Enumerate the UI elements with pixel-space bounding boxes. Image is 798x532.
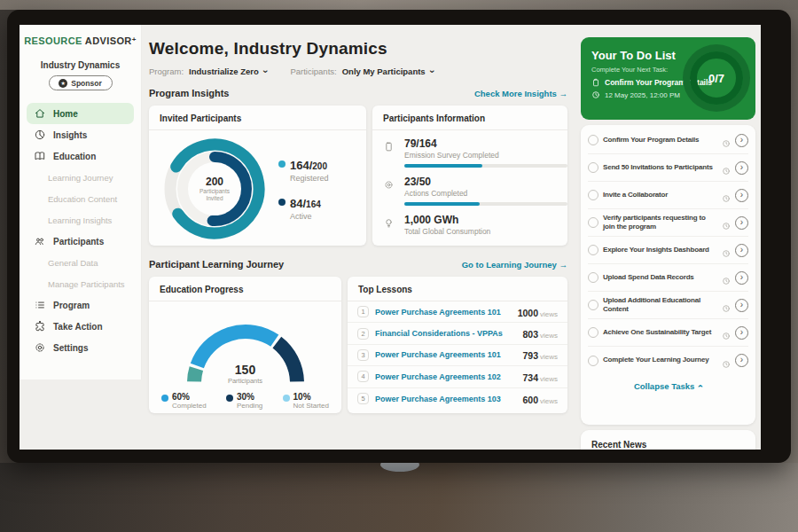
sidebar-item-home[interactable]: Home [27, 103, 134, 124]
invited-participants-body: 200 Participants Invited 164/200 Registe… [149, 130, 366, 242]
task-item[interactable]: Invite a Collaborator › [588, 182, 748, 209]
sidebar-item-take-action[interactable]: Take Action [27, 316, 134, 337]
lesson-link[interactable]: Financial Considerations - VPPAs [375, 329, 516, 338]
task-item[interactable]: Achieve One Sustainability Target › [588, 319, 748, 347]
lesson-link[interactable]: Power Purchase Agreements 103 [375, 395, 516, 403]
chevron-right-button[interactable]: › [735, 299, 748, 312]
arrow-right-icon: → [559, 89, 568, 98]
legend-dot [278, 160, 286, 168]
invited-donut-chart: 200 Participants Invited [161, 136, 268, 242]
progress-track [404, 202, 567, 206]
survey-icon [383, 141, 395, 153]
legend-value: 30% [237, 392, 262, 402]
task-checkbox[interactable] [588, 162, 598, 173]
lesson-link[interactable]: Power Purchase Agreements 101 [375, 350, 516, 359]
card-title: Invited Participants [149, 106, 366, 130]
sidebar-item-label: Take Action [53, 322, 103, 332]
clock-icon [722, 163, 731, 172]
chevron-right-button[interactable]: › [735, 326, 748, 340]
participants-information-card: Participants Information 79/164 Emission… [372, 106, 567, 246]
program-dropdown[interactable]: Program: Industrialize Zero › [149, 66, 267, 76]
sidebar-item-learning-journey[interactable]: Learning Journey [27, 167, 134, 188]
legend-dot [226, 395, 233, 402]
arrow-right-icon: → [559, 260, 568, 270]
lesson-row[interactable]: 4 Power Purchase Agreements 102 734views [348, 366, 567, 387]
lesson-row[interactable]: 2 Financial Considerations - VPPAs 803vi… [348, 323, 567, 344]
sidebar-item-insights[interactable]: Insights [27, 124, 134, 145]
link-label: Go to Learning Journey [462, 260, 557, 270]
program-dropdown-value: Industrialize Zero [189, 66, 259, 76]
invited-participants-card: Invited Participants 200 Participants In… [149, 106, 366, 246]
monitor-bezel: RESOURCE ADVISOR+ Industry Dynamics ★ Sp… [7, 10, 791, 463]
sidebar-item-general-data[interactable]: General Data [27, 252, 134, 273]
sidebar-item-label: Manage Participants [48, 279, 125, 289]
todo-panel: Your To Do List Complete Your Next Task:… [576, 25, 761, 450]
lightbulb-icon [383, 217, 395, 229]
education-gauge-chart: 150 Participants [170, 309, 321, 385]
lesson-row[interactable]: 1 Power Purchase Agreements 101 1000view… [348, 301, 567, 323]
sidebar-item-education[interactable]: Education [27, 145, 134, 167]
task-checkbox[interactable] [588, 135, 598, 145]
check-more-insights-link[interactable]: Check More Insights → [474, 89, 567, 98]
collapse-tasks-link[interactable]: Collapse Tasks › [588, 374, 748, 397]
task-item[interactable]: Upload Additional Educational Content › [588, 292, 748, 319]
task-item[interactable]: Complete Your Learning Journey › [588, 347, 748, 374]
legend-item-pending: 30% Pending [226, 392, 262, 410]
task-item[interactable]: Verify participants requesting to join t… [588, 209, 748, 237]
insights-cards-row: Invited Participants 200 Participants In… [149, 106, 567, 246]
chevron-right-button[interactable]: › [735, 216, 748, 230]
sidebar-item-settings[interactable]: Settings [27, 337, 134, 358]
chevron-right-button[interactable]: › [735, 244, 748, 257]
sidebar-item-participants[interactable]: Participants [27, 231, 134, 252]
legend-item-registered: 164/200 Registered [278, 157, 329, 183]
gauge-legend: 60% Completed 30% Pending 10% Not Starte… [149, 385, 341, 410]
chevron-down-icon: › [261, 70, 270, 74]
sidebar-item-learning-insights[interactable]: Learning Insights [27, 209, 134, 231]
logo-resource: RESOURCE [24, 35, 82, 46]
task-item[interactable]: Explore Your Insights Dashboard › [588, 237, 748, 264]
task-item[interactable]: Send 50 Invitations to Participants › [588, 154, 748, 182]
task-checkbox[interactable] [588, 272, 598, 283]
task-checkbox[interactable] [588, 190, 598, 200]
sidebar-item-program[interactable]: Program [27, 294, 134, 316]
insights-icon [34, 129, 46, 141]
lesson-link[interactable]: Power Purchase Agreements 101 [375, 308, 512, 317]
task-checkbox[interactable] [588, 356, 598, 366]
sidebar-item-label: Education [53, 152, 96, 161]
task-checkbox[interactable] [588, 217, 598, 228]
task-item[interactable]: Upload Spend Data Records › [588, 264, 748, 292]
organization-name: Industry Dynamics [20, 60, 141, 70]
lesson-row[interactable]: 5 Power Purchase Agreements 103 600views [348, 388, 567, 410]
task-checkbox[interactable] [588, 245, 598, 255]
dashboard-screen: RESOURCE ADVISOR+ Industry Dynamics ★ Sp… [20, 25, 761, 450]
legend-value: 60% [172, 392, 207, 402]
legend-label: Active [290, 212, 329, 221]
sidebar-item-label: Learning Journey [48, 173, 113, 183]
task-checkbox[interactable] [588, 327, 598, 338]
participants-dropdown[interactable]: Participants: Only My Participants › [290, 66, 434, 76]
sidebar-item-education-content[interactable]: Education Content [27, 188, 134, 209]
legend-dot [278, 199, 286, 206]
card-title: Top Lessons [348, 277, 567, 301]
lesson-row[interactable]: 3 Power Purchase Agreements 101 793views [348, 345, 567, 366]
chevron-right-button[interactable]: › [735, 354, 748, 367]
settings-icon [34, 341, 46, 354]
chevron-right-button[interactable]: › [735, 134, 748, 147]
task-item[interactable]: Confirm Your Program Details › [588, 127, 748, 154]
task-label: Invite a Collaborator [603, 191, 717, 200]
page-title: Welcome, Industry Dynamics [149, 39, 567, 59]
task-checkbox[interactable] [588, 300, 598, 310]
lesson-link[interactable]: Power Purchase Agreements 102 [375, 372, 516, 381]
logo-plus: + [132, 35, 137, 43]
card-title: Education Progress [149, 277, 341, 301]
chevron-right-button[interactable]: › [735, 271, 748, 285]
lesson-rank: 5 [357, 393, 369, 404]
chevron-right-button[interactable]: › [735, 189, 748, 202]
go-to-learning-journey-link[interactable]: Go to Learning Journey → [462, 260, 567, 270]
donut-legend: 164/200 Registered 84/164 Active [278, 157, 329, 221]
legend-label: Pending [237, 402, 262, 410]
chevron-right-button[interactable]: › [735, 161, 748, 175]
donut-center-label: 200 Participants Invited [161, 136, 268, 242]
main-content: Welcome, Industry Dynamics Program: Indu… [142, 25, 567, 450]
sidebar-item-manage-participants[interactable]: Manage Participants [27, 273, 134, 294]
